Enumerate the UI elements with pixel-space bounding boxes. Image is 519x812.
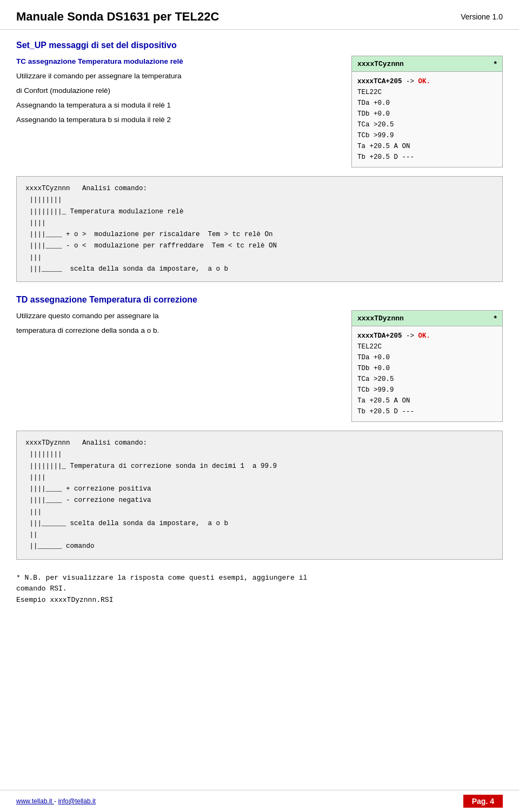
section1-cmd-line1: xxxxTCA+205 -> OK. xyxy=(357,76,497,87)
section2-cmd-line8: Tb +20.5 D --- xyxy=(357,406,497,417)
section1-cmd-line8: Tb +20.5 D --- xyxy=(357,152,497,163)
footer-note-line2: comando RSI. xyxy=(16,583,503,595)
section2-body: Utilizzare questo comando per assegnare … xyxy=(16,310,503,422)
section2-text: Utilizzare questo comando per assegnare … xyxy=(16,310,341,339)
section1-title: Set_UP messaggi di set del dispositivo xyxy=(16,41,503,50)
section2-cmd-ok: OK. xyxy=(418,332,431,340)
section1-subtitle: TC assegnazione Temperatura modulazione … xyxy=(16,56,341,68)
page-label: Pag. xyxy=(472,797,488,806)
footer-note: * N.B. per visualizzare la risposta come… xyxy=(16,573,503,606)
section2-cmd-line6: TCb >99.9 xyxy=(357,385,497,395)
section1-cmd-line3: TDa +0.0 xyxy=(357,98,497,109)
section1-command-box: xxxxTCyznnn * xxxxTCA+205 -> OK. TEL22C … xyxy=(351,56,503,167)
section1-cmd-line2: TEL22C xyxy=(357,87,497,98)
section2-command-header-title: xxxxTDyznnn xyxy=(357,314,404,323)
section1-desc-4: Assegnando la temperatura b si modula il… xyxy=(16,114,341,126)
page-header: Manuale Sonda DS1631 per TEL22C Versione… xyxy=(0,0,519,30)
section2-analysis-box: xxxxTDyznnn Analisi comando: |||||||| ||… xyxy=(16,431,503,560)
section2-cmd-bold: xxxxTDA+205 xyxy=(357,332,402,340)
section1-command-star: * xyxy=(494,59,497,68)
page-footer: www.tellab.it - info@tellab.it Pag. 4 xyxy=(0,790,519,812)
section2-command-box: xxxxTDyznnn * xxxxTDA+205 -> OK. TEL22C … xyxy=(351,310,503,422)
section2-desc-1: Utilizzare questo comando per assegnare … xyxy=(16,310,341,323)
section1-command-header-title: xxxxTCyznnn xyxy=(357,60,404,68)
page-title: Manuale Sonda DS1631 per TEL22C xyxy=(16,10,219,24)
footer-website-link[interactable]: www.tellab.it xyxy=(16,797,54,805)
section1-desc-1: Utilizzare il comando per assegnare la t… xyxy=(16,70,341,83)
page-number: 4 xyxy=(490,797,494,806)
footer-note-line1: * N.B. per visualizzare la risposta come… xyxy=(16,573,503,584)
section2-desc-2: temperatura di correzione della sonda a … xyxy=(16,325,341,337)
section1-command-box-body: xxxxTCA+205 -> OK. TEL22C TDa +0.0 TDb +… xyxy=(352,72,502,167)
section2-cmd-line5: TCa >20.5 xyxy=(357,374,497,385)
section2-cmd-line4: TDb +0.0 xyxy=(357,363,497,374)
section2-block: TD assegnazione Temperatura di correzion… xyxy=(16,295,503,560)
section1-text: TC assegnazione Temperatura modulazione … xyxy=(16,56,341,129)
section1-block: Set_UP messaggi di set del dispositivo T… xyxy=(16,41,503,282)
section2-command-box-header: xxxxTDyznnn * xyxy=(352,311,502,326)
section1-cmd-line4: TDb +0.0 xyxy=(357,109,497,119)
section2-cmd-line2: TEL22C xyxy=(357,341,497,352)
section2-cmd-line7: Ta +20.5 A ON xyxy=(357,395,497,406)
section1-cmd-arrow: -> xyxy=(402,78,418,85)
section2-title: TD assegnazione Temperatura di correzion… xyxy=(16,295,503,305)
section1-cmd-line7: Ta +20.5 A ON xyxy=(357,141,497,152)
section1-cmd-bold: xxxxTCA+205 xyxy=(357,78,402,85)
section1-analysis-box: xxxxTCyznnn Analisi comando: |||||||| ||… xyxy=(16,176,503,282)
page-version: Versione 1.0 xyxy=(461,12,503,21)
section2-cmd-line1: xxxxTDA+205 -> OK. xyxy=(357,331,497,341)
section1-cmd-line5: TCa >20.5 xyxy=(357,119,497,130)
section2-command-star: * xyxy=(494,314,497,323)
page-number-box: Pag. 4 xyxy=(463,795,503,808)
section1-cmd-ok: OK. xyxy=(418,78,431,85)
main-content: Set_UP messaggi di set del dispositivo T… xyxy=(0,30,519,617)
section1-cmd-line6: TCb >99.9 xyxy=(357,130,497,141)
section1-desc-3: Assegnando la temperatura a si modula il… xyxy=(16,99,341,112)
footer-links[interactable]: www.tellab.it - info@tellab.it xyxy=(16,797,96,805)
footer-email-link[interactable]: info@tellab.it xyxy=(58,797,96,805)
section2-cmd-line3: TDa +0.0 xyxy=(357,352,497,363)
section2-cmd-arrow: -> xyxy=(402,332,418,340)
section1-command-box-header: xxxxTCyznnn * xyxy=(352,56,502,72)
section1-desc-2: di Confort (modulazione relè) xyxy=(16,85,341,97)
footer-note-line3: Esempio xxxxTDyznnn.RSI xyxy=(16,595,503,606)
section1-body: TC assegnazione Temperatura modulazione … xyxy=(16,56,503,167)
section2-command-box-body: xxxxTDA+205 -> OK. TEL22C TDa +0.0 TDb +… xyxy=(352,326,502,421)
